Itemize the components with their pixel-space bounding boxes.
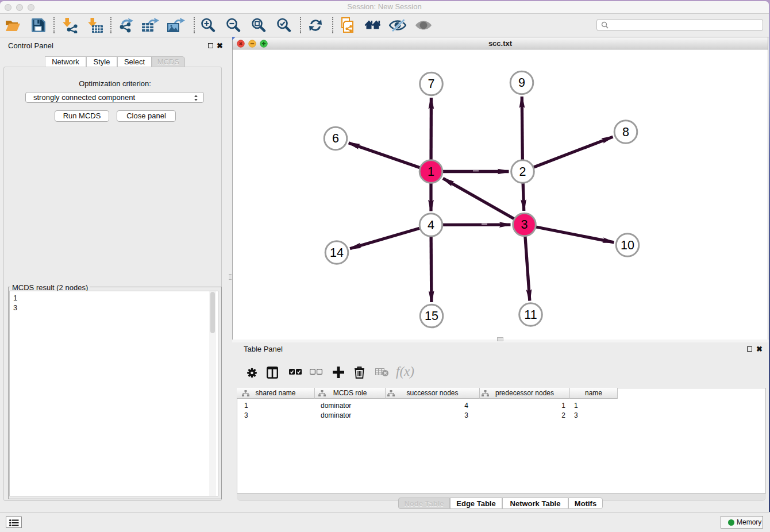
- svg-text:6: 6: [332, 132, 339, 145]
- svg-text:2: 2: [519, 165, 526, 179]
- svg-text:11: 11: [524, 308, 537, 322]
- svg-text:7: 7: [428, 77, 435, 91]
- svg-text:4: 4: [428, 218, 434, 232]
- svg-text:15: 15: [425, 309, 438, 323]
- svg-text:3: 3: [521, 218, 528, 232]
- svg-text:8: 8: [622, 125, 629, 139]
- svg-text:1: 1: [428, 165, 434, 179]
- svg-text:10: 10: [621, 238, 634, 252]
- svg-text:9: 9: [518, 76, 525, 90]
- svg-text:14: 14: [330, 246, 344, 260]
